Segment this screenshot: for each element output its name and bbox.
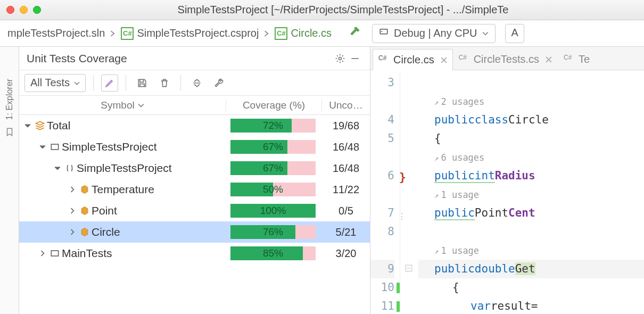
coverage-symbol-label: MainTests — [62, 247, 226, 260]
trash-icon[interactable] — [156, 75, 173, 92]
arrow-collapsed-icon[interactable] — [67, 229, 78, 235]
svg-rect-3 — [351, 58, 358, 59]
bookmark-icon[interactable] — [5, 127, 14, 139]
fold-column — [400, 70, 418, 314]
namespace-icon — [63, 163, 77, 173]
chevron-down-icon — [482, 27, 489, 39]
column-header-symbol[interactable]: Symbol — [19, 100, 226, 111]
csharp-file-icon: C# — [459, 54, 470, 65]
minimize-panel-icon[interactable] — [348, 53, 362, 64]
window-controls — [6, 6, 41, 14]
panel-title: Unit Tests Coverage — [27, 52, 333, 65]
coverage-row[interactable]: Temperature50%11/22 — [19, 179, 370, 200]
editor-tab[interactable]: C#Circle.cs — [373, 49, 453, 70]
save-icon[interactable] — [134, 75, 151, 92]
svg-rect-5 — [51, 251, 58, 256]
arrow-collapsed-icon[interactable] — [37, 250, 48, 257]
wrench-icon[interactable] — [211, 75, 228, 92]
zoom-window-button[interactable] — [33, 6, 41, 14]
coverage-scope-selector[interactable]: All Tests — [24, 74, 86, 92]
coverage-bar: 85% — [226, 246, 322, 260]
run-config-icon — [379, 27, 389, 39]
editor-tab[interactable]: C#Te — [558, 48, 596, 70]
module-icon — [48, 142, 62, 152]
title-bar: SimpleTestsProject [~/RiderProjects/Simp… — [0, 0, 644, 20]
fold-handle-icon[interactable] — [405, 262, 412, 275]
csharp-file-icon: C# — [378, 54, 390, 66]
explorer-tool-button[interactable]: 1: Explorer — [5, 79, 14, 120]
breadcrumb-item[interactable]: mpleTestsProject.sln — [3, 25, 109, 42]
coverage-ratio: 16/48 — [322, 141, 370, 153]
csharp-file-icon: C# — [275, 27, 287, 40]
coverage-symbol-label: Point — [92, 204, 226, 217]
coverage-column-header: Symbol Coverage (%) Unco… — [19, 96, 370, 115]
sort-icon — [138, 102, 144, 109]
coverage-scope-label: All Tests — [30, 77, 70, 89]
breadcrumb-label: SimpleTestsProject.csproj — [137, 27, 259, 39]
column-header-coverage[interactable]: Coverage (%) — [226, 100, 322, 111]
coverage-ratio: 5/21 — [322, 226, 370, 238]
unit-tests-coverage-panel: Unit Tests Coverage All Tests — [19, 47, 370, 314]
panel-header: Unit Tests Coverage — [19, 47, 370, 70]
arrow-expanded-icon[interactable] — [52, 165, 63, 171]
coverage-bar: 72% — [226, 119, 322, 133]
close-icon[interactable] — [546, 53, 552, 65]
gear-icon[interactable] — [333, 53, 348, 64]
class-icon — [78, 227, 92, 237]
column-header-uncovered[interactable]: Unco… — [322, 100, 370, 111]
arrow-expanded-icon[interactable] — [37, 144, 48, 150]
chevron-right-icon — [109, 30, 117, 37]
coverage-tree: Total72%19/68SimpleTestsProject67%16/48S… — [19, 115, 370, 314]
run-configuration-selector[interactable]: Debug | Any CPU — [372, 24, 496, 43]
coverage-row[interactable]: SimpleTestsProject67%16/48 — [19, 136, 370, 158]
tool-window-stripe: 1: Explorer — [0, 47, 19, 314]
toolbar-overflow-button[interactable]: A — [505, 24, 524, 43]
coverage-ratio: 3/20 — [322, 247, 370, 260]
gutter: 3456}7⋮8910111213 — [370, 70, 400, 314]
coverage-toolbar: All Tests — [19, 70, 370, 96]
code-area[interactable]: 3456}7⋮8910111213 ↗2 usagespublicclassCi… — [370, 70, 644, 314]
breadcrumb-item[interactable]: C# SimpleTestsProject.csproj — [117, 25, 263, 42]
code-text[interactable]: ↗2 usagespublicclassCircle{↗6 usagespubl… — [418, 70, 644, 314]
arrow-expanded-icon[interactable] — [22, 122, 33, 129]
close-window-button[interactable] — [6, 6, 14, 14]
coverage-row[interactable]: SimpleTestsProject67%16/48 — [19, 158, 370, 179]
svg-point-1 — [381, 31, 382, 32]
total-icon — [33, 120, 47, 131]
coverage-row[interactable]: Total72%19/68 — [19, 115, 370, 136]
breadcrumb-item-active[interactable]: C# Circle.cs — [270, 25, 336, 42]
coverage-row[interactable]: Circle76%5/21 — [19, 221, 370, 243]
coverage-symbol-label: Circle — [92, 226, 226, 238]
window-title: SimpleTestsProject [~/RiderProjects/Simp… — [48, 4, 638, 16]
editor: C#Circle.csC#CircleTests.csC#Te 3456}7⋮8… — [370, 47, 644, 314]
minimize-window-button[interactable] — [20, 6, 28, 14]
arrow-collapsed-icon[interactable] — [67, 208, 78, 214]
arrow-collapsed-icon[interactable] — [67, 186, 78, 193]
editor-tab-label: Circle.cs — [393, 54, 434, 66]
coverage-bar: 67% — [226, 161, 322, 175]
breadcrumb-label: Circle.cs — [291, 27, 332, 39]
coverage-bar: 76% — [226, 225, 322, 239]
separator — [180, 75, 181, 91]
chevron-right-icon — [263, 30, 270, 37]
highlight-code-button[interactable] — [101, 75, 118, 92]
collapse-all-icon[interactable] — [188, 75, 205, 92]
svg-point-2 — [339, 57, 342, 60]
coverage-ratio: 16/48 — [322, 162, 370, 175]
module-icon — [48, 248, 62, 259]
coverage-row[interactable]: MainTests85%3/20 — [19, 243, 370, 264]
class-icon — [78, 205, 92, 216]
csharp-file-icon: C# — [121, 27, 134, 40]
separator — [126, 75, 126, 91]
chevron-down-icon — [74, 77, 80, 89]
close-icon[interactable] — [441, 54, 447, 66]
coverage-bar: 67% — [226, 140, 322, 154]
editor-tab[interactable]: C#CircleTests.cs — [453, 48, 558, 70]
coverage-row[interactable]: Point100%0/5 — [19, 200, 370, 221]
separator — [93, 75, 94, 91]
class-icon — [78, 184, 92, 195]
editor-tab-label: Te — [579, 53, 590, 65]
build-icon[interactable] — [349, 25, 362, 42]
editor-tab-label: CircleTests.cs — [474, 53, 539, 65]
coverage-ratio: 11/22 — [322, 184, 370, 196]
